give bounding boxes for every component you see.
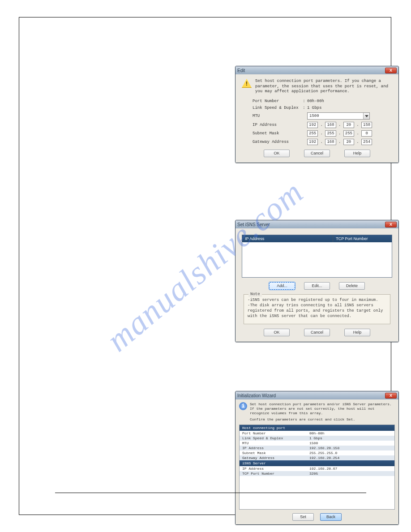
- info-icon: i: [239, 402, 247, 410]
- table-row: MTU1500: [240, 441, 394, 446]
- ip-octet[interactable]: 158: [361, 122, 372, 128]
- list-header: IP Address TCP Port Number: [242, 235, 392, 242]
- subnet-mask-label: Subnet Mask: [253, 131, 301, 136]
- ip-octet[interactable]: 192: [307, 139, 318, 145]
- link-speed-value: 1 Gbps: [307, 106, 321, 110]
- table-row: TCP Port Number3205: [240, 471, 394, 476]
- edit-button[interactable]: Edit...: [304, 282, 330, 290]
- help-button[interactable]: Help: [344, 329, 370, 336]
- table-row: IP Address192.168.20.67: [240, 466, 394, 471]
- table-row: Subnet Mask255.255.255.0: [240, 450, 394, 455]
- cancel-button[interactable]: Cancel: [304, 150, 330, 157]
- page-frame: manualshive.com Edit X Set host connecti…: [19, 17, 391, 515]
- ip-octet[interactable]: 20: [343, 139, 354, 145]
- port-number-label: Port Number: [253, 99, 301, 103]
- edit-dialog: Edit X Set host connection port paramete…: [235, 66, 399, 163]
- close-icon[interactable]: X: [385, 222, 397, 227]
- table-row: Link Speed & Duplex1 Gbps: [240, 436, 394, 441]
- wizard-dialog-titlebar[interactable]: Initialization Wizard X: [235, 391, 398, 399]
- table-row: Gateway Address192.168.20.254: [240, 455, 394, 460]
- delete-button[interactable]: Delete: [339, 282, 365, 290]
- wizard-msg: Confirm the parameters are correct and c…: [250, 417, 395, 422]
- isns-dialog-titlebar[interactable]: Set iSNS Server X: [235, 220, 398, 228]
- section-header: Host connecting port: [240, 425, 394, 431]
- row-value: 1 Gbps: [309, 436, 392, 440]
- help-button[interactable]: Help: [344, 150, 370, 157]
- close-icon[interactable]: X: [385, 68, 397, 73]
- link-speed-label: Link Speed & Duplex: [253, 106, 301, 110]
- ip-octet[interactable]: 168: [325, 139, 336, 145]
- note-line: -The disk array tries connecting to all …: [248, 303, 386, 319]
- note-line: -iSNS servers can be registered up to fo…: [248, 297, 386, 303]
- port-number-value: 00h-00h: [307, 99, 324, 103]
- row-key: MTU: [242, 441, 309, 445]
- colon: :: [301, 106, 307, 110]
- edit-dialog-titlebar[interactable]: Edit X: [235, 66, 398, 74]
- ip-address-field[interactable]: 192 . 168 . 20 . 158: [307, 122, 372, 128]
- wizard-msg: If the parameters are not set correctly,…: [250, 407, 395, 416]
- row-value: 255.255.255.0: [309, 451, 392, 455]
- ip-octet[interactable]: 255: [343, 130, 354, 137]
- mtu-value: 1500: [308, 113, 363, 119]
- isns-dialog: Set iSNS Server X IP Address TCP Port Nu…: [235, 220, 399, 342]
- row-value: 1500: [309, 441, 392, 445]
- table-row: IP Address192.168.20.158: [240, 446, 394, 450]
- wizard-msg: Set host connection port parameters and/…: [250, 402, 395, 407]
- row-value: 192.168.20.67: [309, 467, 392, 471]
- ip-octet[interactable]: 254: [361, 139, 372, 145]
- column-port: TCP Port Number: [333, 235, 392, 242]
- row-value: 192.168.20.158: [309, 446, 392, 450]
- row-value: 192.168.20.254: [309, 456, 392, 460]
- row-key: IP Address: [242, 446, 309, 450]
- row-value: 00h-00h: [309, 431, 392, 435]
- ip-octet[interactable]: 168: [325, 122, 336, 128]
- isns-server-list[interactable]: IP Address TCP Port Number: [242, 235, 392, 278]
- ip-address-label: IP Address: [253, 123, 301, 127]
- add-button[interactable]: Add...: [269, 282, 295, 290]
- footer-rule: [55, 493, 366, 493]
- row-key: Gateway Address: [242, 456, 309, 460]
- mtu-combobox[interactable]: 1500: [307, 112, 370, 120]
- ip-octet[interactable]: 255: [325, 130, 336, 137]
- subnet-mask-field[interactable]: 255 . 255 . 255 . 0: [307, 130, 372, 137]
- row-key: IP Address: [242, 467, 309, 471]
- gateway-label: Gateway Address: [253, 140, 301, 144]
- wizard-summary-table: Host connecting port Port Number00h-00hL…: [239, 425, 395, 510]
- ip-octet[interactable]: 192: [307, 122, 318, 128]
- set-button[interactable]: Set: [292, 513, 314, 521]
- wizard-dialog: Initialization Wizard X i Set host conne…: [235, 391, 399, 525]
- ok-button[interactable]: OK: [264, 150, 290, 157]
- warning-text: Set host connection port parameters. If …: [255, 79, 392, 94]
- column-ip: IP Address: [242, 235, 333, 242]
- row-key: Link Speed & Duplex: [242, 436, 309, 440]
- note-panel: Note -iSNS servers can be registered up …: [244, 294, 390, 324]
- section-header: iSNS Server: [240, 460, 394, 466]
- ip-octet[interactable]: 20: [343, 122, 354, 128]
- colon: :: [301, 99, 307, 103]
- close-icon[interactable]: X: [385, 393, 397, 399]
- note-legend: Note: [248, 292, 262, 297]
- ip-octet[interactable]: 0: [361, 130, 372, 137]
- row-key: Port Number: [242, 431, 309, 435]
- gateway-field[interactable]: 192 . 168 . 20 . 254: [307, 139, 372, 145]
- row-key: Subnet Mask: [242, 451, 309, 455]
- ip-octet[interactable]: 255: [307, 130, 318, 137]
- warning-icon: [242, 79, 252, 88]
- wizard-dialog-title: Initialization Wizard: [237, 393, 385, 398]
- chevron-down-icon[interactable]: [363, 113, 369, 119]
- row-key: TCP Port Number: [242, 472, 309, 476]
- back-button[interactable]: Back: [320, 513, 342, 521]
- mtu-label: MTU: [253, 114, 301, 118]
- table-row: Port Number00h-00h: [240, 431, 394, 436]
- isns-dialog-title: Set iSNS Server: [237, 222, 385, 227]
- cancel-button[interactable]: Cancel: [304, 329, 330, 336]
- ok-button[interactable]: OK: [264, 329, 290, 336]
- edit-dialog-title: Edit: [237, 68, 385, 73]
- row-value: 3205: [309, 472, 392, 476]
